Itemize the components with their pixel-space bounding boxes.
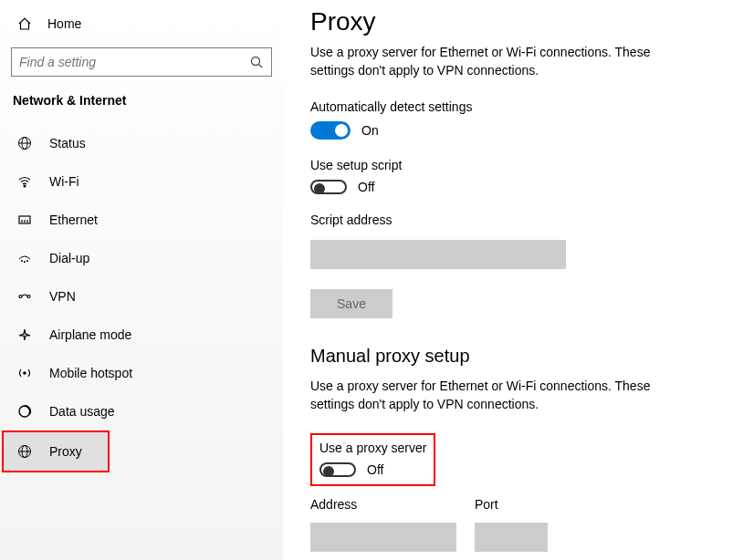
find-setting-search[interactable]	[11, 47, 272, 77]
home-icon	[16, 16, 33, 31]
sidebar-item-label: Dial-up	[49, 251, 89, 265]
manual-proxy-heading: Manual proxy setup	[310, 346, 716, 367]
sidebar-section-title: Network & Internet	[13, 93, 274, 108]
proxy-port-input[interactable]	[475, 523, 548, 552]
script-address-label: Script address	[310, 213, 716, 227]
manual-proxy-description: Use a proxy server for Ethernet or Wi-Fi…	[310, 378, 694, 413]
sidebar-item-ethernet[interactable]: Ethernet	[9, 201, 274, 239]
sidebar-item-label: Status	[49, 136, 86, 150]
sidebar-item-label: VPN	[49, 289, 76, 304]
svg-point-15	[24, 372, 26, 374]
sidebar-item-data-usage[interactable]: Data usage	[9, 392, 274, 430]
sidebar-item-label: Mobile hotspot	[49, 366, 132, 380]
svg-point-14	[27, 296, 30, 298]
search-input[interactable]	[19, 55, 249, 69]
setup-script-label: Use setup script	[310, 158, 716, 172]
svg-point-12	[26, 260, 27, 261]
setup-script-state: Off	[358, 180, 374, 194]
script-address-input[interactable]	[310, 240, 566, 269]
sidebar-item-vpn[interactable]: VPN	[9, 277, 274, 316]
data-usage-icon	[16, 404, 33, 419]
use-proxy-toggle[interactable]	[319, 462, 356, 477]
vpn-icon	[16, 289, 33, 304]
globe-icon	[16, 136, 33, 150]
sidebar-item-status[interactable]: Status	[9, 124, 274, 162]
airplane-icon	[16, 327, 33, 342]
auto-detect-state: On	[361, 123, 379, 138]
port-label: Port	[475, 497, 548, 512]
address-label: Address	[310, 497, 456, 512]
svg-point-5	[24, 185, 26, 187]
use-proxy-state: Off	[367, 462, 383, 477]
home-link[interactable]: Home	[9, 11, 274, 36]
globe-icon	[16, 444, 33, 459]
proxy-address-input[interactable]	[310, 523, 456, 552]
dialup-icon	[16, 251, 33, 265]
setup-script-toggle[interactable]	[310, 180, 347, 194]
sidebar-item-airplane[interactable]: Airplane mode	[9, 316, 274, 354]
home-label: Home	[47, 16, 81, 31]
hotspot-icon	[16, 366, 33, 380]
sidebar-item-label: Airplane mode	[49, 327, 131, 342]
settings-sidebar: Home Network & Internet Status Wi-Fi	[0, 0, 283, 560]
search-icon	[249, 55, 264, 69]
auto-detect-label: Automatically detect settings	[310, 99, 716, 114]
sidebar-item-label: Proxy	[49, 444, 82, 459]
auto-detect-toggle[interactable]	[310, 121, 351, 140]
page-description: Use a proxy server for Ethernet or Wi-Fi…	[310, 44, 694, 79]
sidebar-item-wifi[interactable]: Wi-Fi	[9, 162, 274, 201]
save-button[interactable]: Save	[310, 289, 392, 318]
svg-line-1	[259, 65, 263, 68]
page-title: Proxy	[310, 7, 716, 36]
sidebar-item-label: Ethernet	[49, 213, 98, 227]
sidebar-item-proxy[interactable]: Proxy	[2, 430, 110, 472]
svg-point-13	[19, 296, 22, 298]
use-proxy-label: Use a proxy server	[319, 441, 426, 455]
wifi-icon	[16, 174, 33, 189]
main-content: Proxy Use a proxy server for Ethernet or…	[283, 0, 743, 560]
sidebar-item-hotspot[interactable]: Mobile hotspot	[9, 354, 274, 392]
ethernet-icon	[16, 213, 33, 227]
svg-point-11	[24, 261, 25, 262]
sidebar-item-label: Wi-Fi	[49, 174, 79, 189]
sidebar-item-dialup[interactable]: Dial-up	[9, 239, 274, 277]
use-proxy-section: Use a proxy server Off	[310, 433, 435, 486]
svg-point-0	[252, 57, 260, 66]
sidebar-item-label: Data usage	[49, 404, 115, 419]
svg-point-10	[21, 260, 22, 261]
